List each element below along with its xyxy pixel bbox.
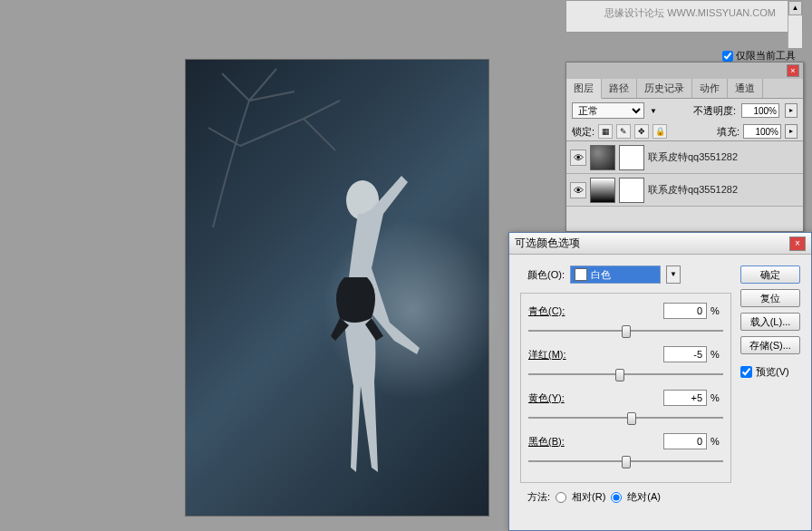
fill-arrow-icon[interactable]: ▸ <box>785 124 798 139</box>
method-label: 方法: <box>527 490 550 504</box>
visibility-icon[interactable]: 👁 <box>570 150 586 166</box>
layer-mask-thumbnail[interactable] <box>619 145 644 170</box>
dancer-figure <box>267 159 449 504</box>
lock-label: 锁定: <box>572 125 594 139</box>
tab-history[interactable]: 历史记录 <box>637 79 692 98</box>
cyan-slider[interactable] <box>528 323 723 339</box>
tab-layers[interactable]: 图层 <box>566 79 602 99</box>
black-slider[interactable] <box>528 453 723 469</box>
lock-transparency-icon[interactable]: ▦ <box>598 124 613 139</box>
layer-name-label: 联系皮特qq3551282 <box>648 183 738 197</box>
watermark-text: 思缘设计论坛 WWW.MISSYUAN.COM <box>604 6 776 20</box>
color-dropdown[interactable]: 白色 <box>570 266 661 284</box>
color-swatch-icon <box>575 268 587 281</box>
absolute-radio[interactable] <box>611 492 622 503</box>
slider-group: 青色(C):% 洋红(M):% 黄色(Y):% 黑色(B):% <box>520 293 731 483</box>
yellow-label: 黄色(Y): <box>528 391 581 405</box>
opacity-label: 不透明度: <box>693 104 736 118</box>
cyan-input[interactable] <box>663 303 707 319</box>
relative-label: 相对(R) <box>572 490 605 504</box>
blend-mode-row: 正常 ▼ 不透明度: ▸ <box>566 99 803 122</box>
tab-paths[interactable]: 路径 <box>602 79 637 98</box>
relative-radio[interactable] <box>556 492 566 503</box>
magenta-input[interactable] <box>663 346 707 362</box>
dialog-close-button[interactable]: × <box>789 237 806 251</box>
visibility-icon[interactable]: 👁 <box>570 182 586 198</box>
pct-label: % <box>707 436 723 447</box>
fill-label: 填充: <box>717 125 740 139</box>
scroll-up-icon[interactable]: ▲ <box>788 1 802 15</box>
blend-mode-select[interactable]: 正常 <box>572 102 644 119</box>
color-selected-label: 白色 <box>591 268 611 282</box>
method-row: 方法: 相对(R) 绝对(A) <box>520 490 731 504</box>
load-button[interactable]: 载入(L)... <box>740 313 800 331</box>
scrollbar[interactable]: ▲ <box>788 1 802 48</box>
tab-actions[interactable]: 动作 <box>692 79 728 98</box>
fill-input[interactable] <box>743 124 781 139</box>
color-label: 颜色(O): <box>527 268 565 282</box>
panel-tabs: 图层 路径 历史记录 动作 通道 <box>566 79 803 99</box>
absolute-label: 绝对(A) <box>627 490 661 504</box>
layer-list: 👁 联系皮特qq3551282 👁 联系皮特qq3551282 <box>566 140 803 207</box>
layer-mask-thumbnail[interactable] <box>619 178 644 203</box>
lock-pixels-icon[interactable]: ✎ <box>616 124 631 139</box>
selective-color-dialog: 可选颜色选项 × 颜色(O): 白色 ▼ 青色(C):% 洋红(M):% 黄色(… <box>508 232 812 531</box>
magenta-label: 洋红(M): <box>528 348 581 362</box>
save-button[interactable]: 存储(S)... <box>740 336 800 354</box>
lock-row: 锁定: ▦ ✎ ✥ 🔒 填充: ▸ <box>566 122 803 140</box>
dropdown-arrow-icon[interactable]: ▼ <box>666 266 681 284</box>
pct-label: % <box>707 392 723 403</box>
canvas-image[interactable] <box>185 59 489 517</box>
ok-button[interactable]: 确定 <box>740 266 800 284</box>
dialog-titlebar[interactable]: 可选颜色选项 × <box>509 233 811 255</box>
opacity-input[interactable] <box>741 103 779 118</box>
opacity-arrow-icon[interactable]: ▸ <box>785 103 798 118</box>
cancel-button[interactable]: 复位 <box>740 289 800 307</box>
color-select-row: 颜色(O): 白色 ▼ <box>520 266 731 284</box>
tool-only-row: 仅限当前工具 <box>722 49 796 63</box>
yellow-input[interactable] <box>663 390 707 406</box>
preview-label: 预览(V) <box>756 365 789 379</box>
lock-position-icon[interactable]: ✥ <box>634 124 649 139</box>
tab-channels[interactable]: 通道 <box>728 79 763 98</box>
panel-header: × <box>566 63 803 79</box>
yellow-slider[interactable] <box>528 410 723 426</box>
cyan-label: 青色(C): <box>528 304 581 318</box>
pct-label: % <box>707 305 723 316</box>
dialog-title: 可选颜色选项 <box>515 236 580 251</box>
lock-all-icon[interactable]: 🔒 <box>652 124 667 139</box>
layer-thumbnail[interactable] <box>590 145 615 170</box>
preview-checkbox[interactable] <box>740 366 752 378</box>
layer-item[interactable]: 👁 联系皮特qq3551282 <box>566 174 803 207</box>
black-label: 黑色(B): <box>528 435 581 449</box>
preview-row: 预览(V) <box>740 365 800 379</box>
layer-item[interactable]: 👁 联系皮特qq3551282 <box>566 141 803 174</box>
layer-thumbnail[interactable] <box>590 178 615 203</box>
magenta-slider[interactable] <box>528 366 723 382</box>
black-input[interactable] <box>663 433 707 449</box>
pct-label: % <box>707 349 723 360</box>
panel-close-button[interactable]: × <box>787 64 799 77</box>
tool-only-label: 仅限当前工具 <box>736 49 796 63</box>
layers-panel: × 图层 路径 历史记录 动作 通道 正常 ▼ 不透明度: ▸ 锁定: ▦ ✎ … <box>566 62 804 232</box>
tool-only-checkbox[interactable] <box>722 51 733 62</box>
layer-name-label: 联系皮特qq3551282 <box>648 150 738 164</box>
